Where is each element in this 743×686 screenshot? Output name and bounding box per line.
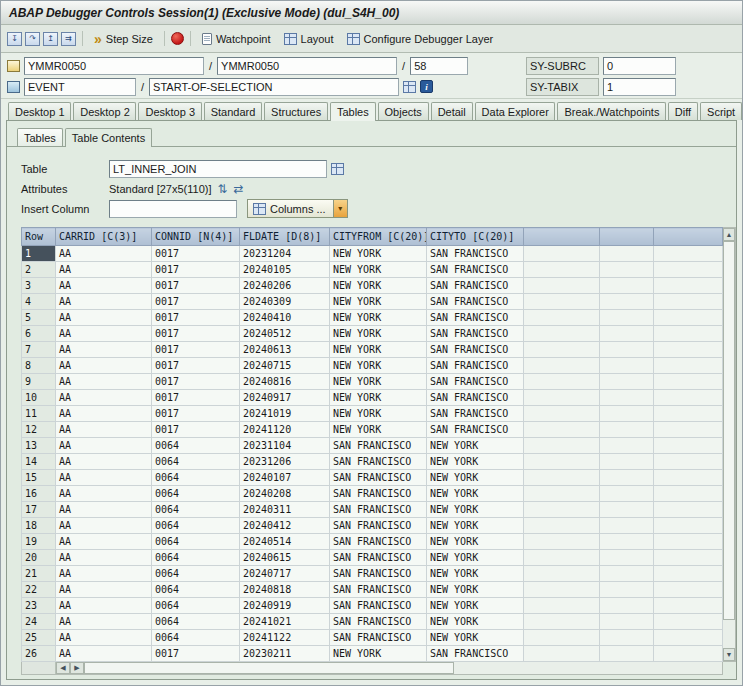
table-row[interactable]: 1AA001720231204NEW YORKSAN FRANCISCO <box>22 246 723 262</box>
columns-button[interactable]: Columns ... ▾ <box>247 199 348 218</box>
scroll-up-button[interactable]: ▲ <box>723 228 735 241</box>
tab-diff[interactable]: Diff <box>668 102 698 120</box>
data-cell[interactable]: AA <box>56 310 152 326</box>
data-cell[interactable]: NEW YORK <box>427 438 524 454</box>
data-cell[interactable]: SAN FRANCISCO <box>427 406 524 422</box>
data-cell[interactable]: NEW YORK <box>427 598 524 614</box>
data-cell[interactable]: AA <box>56 646 152 662</box>
data-cell[interactable]: 20240105 <box>240 262 330 278</box>
data-cell[interactable]: SAN FRANCISCO <box>330 486 427 502</box>
vertical-scroll-thumb[interactable] <box>723 241 735 620</box>
row-number-cell[interactable]: 26 <box>22 646 56 662</box>
data-cell[interactable]: 20240919 <box>240 598 330 614</box>
data-cell[interactable]: 20240717 <box>240 566 330 582</box>
data-cell[interactable]: NEW YORK <box>330 422 427 438</box>
value-help-icon[interactable] <box>331 163 344 175</box>
scroll-left-button[interactable]: ◀ <box>56 662 70 674</box>
event-value-field[interactable]: START-OF-SELECTION <box>149 78 399 96</box>
table-row[interactable]: 7AA001720240613NEW YORKSAN FRANCISCO <box>22 342 723 358</box>
tab-break-watchpoints[interactable]: Break./Watchpoints <box>557 102 665 120</box>
table-row[interactable]: 4AA001720240309NEW YORKSAN FRANCISCO <box>22 294 723 310</box>
row-number-cell[interactable]: 21 <box>22 566 56 582</box>
tab-detail[interactable]: Detail <box>431 102 473 120</box>
data-cell[interactable]: SAN FRANCISCO <box>330 598 427 614</box>
data-cell[interactable]: AA <box>56 294 152 310</box>
table-row[interactable]: 16AA006420240208SAN FRANCISCONEW YORK <box>22 486 723 502</box>
data-cell[interactable]: NEW YORK <box>427 486 524 502</box>
table-row[interactable]: 17AA006420240311SAN FRANCISCONEW YORK <box>22 502 723 518</box>
tab-tables[interactable]: Tables <box>330 102 376 121</box>
row-number-cell[interactable]: 22 <box>22 582 56 598</box>
data-cell[interactable]: SAN FRANCISCO <box>330 534 427 550</box>
data-cell[interactable]: SAN FRANCISCO <box>427 294 524 310</box>
table-row[interactable]: 26AA001720230211NEW YORKSAN FRANCISCO <box>22 646 723 662</box>
info-icon[interactable]: i <box>420 80 433 93</box>
data-cell[interactable]: AA <box>56 390 152 406</box>
data-cell[interactable]: 20240107 <box>240 470 330 486</box>
data-cell[interactable]: AA <box>56 598 152 614</box>
row-number-cell[interactable]: 19 <box>22 534 56 550</box>
row-number-cell[interactable]: 13 <box>22 438 56 454</box>
subtab-tables[interactable]: Tables <box>17 128 63 146</box>
data-cell[interactable]: 20240615 <box>240 550 330 566</box>
data-cell[interactable]: SAN FRANCISCO <box>427 390 524 406</box>
data-cell[interactable]: NEW YORK <box>427 582 524 598</box>
data-cell[interactable]: NEW YORK <box>427 470 524 486</box>
data-cell[interactable]: SAN FRANCISCO <box>330 550 427 566</box>
row-number-cell[interactable]: 6 <box>22 326 56 342</box>
data-cell[interactable]: 0064 <box>152 630 240 646</box>
subtab-table-contents[interactable]: Table Contents <box>65 128 152 147</box>
data-cell[interactable]: 20240818 <box>240 582 330 598</box>
data-cell[interactable]: NEW YORK <box>330 246 427 262</box>
data-cell[interactable]: SAN FRANCISCO <box>427 326 524 342</box>
table-row[interactable]: 15AA006420240107SAN FRANCISCONEW YORK <box>22 470 723 486</box>
data-cell[interactable]: NEW YORK <box>330 646 427 662</box>
data-cell[interactable]: 0064 <box>152 614 240 630</box>
data-cell[interactable]: SAN FRANCISCO <box>330 566 427 582</box>
data-cell[interactable]: SAN FRANCISCO <box>330 614 427 630</box>
step-over-icon[interactable]: ↷ <box>25 32 40 46</box>
table-row[interactable]: 25AA006420241122SAN FRANCISCONEW YORK <box>22 630 723 646</box>
row-number-cell[interactable]: 7 <box>22 342 56 358</box>
data-cell[interactable]: AA <box>56 614 152 630</box>
table-row[interactable]: 13AA006420231104SAN FRANCISCONEW YORK <box>22 438 723 454</box>
data-cell[interactable]: SAN FRANCISCO <box>330 582 427 598</box>
data-cell[interactable]: NEW YORK <box>427 534 524 550</box>
table-row[interactable]: 22AA006420240818SAN FRANCISCONEW YORK <box>22 582 723 598</box>
row-number-cell[interactable]: 23 <box>22 598 56 614</box>
step-size-button[interactable]: » Step Size <box>89 30 158 48</box>
data-cell[interactable]: NEW YORK <box>427 502 524 518</box>
table-row[interactable]: 18AA006420240412SAN FRANCISCONEW YORK <box>22 518 723 534</box>
data-cell[interactable]: SAN FRANCISCO <box>330 470 427 486</box>
step-into-icon[interactable]: ↧ <box>7 32 22 46</box>
horizontal-scroll-thumb[interactable] <box>84 662 454 674</box>
data-cell[interactable]: NEW YORK <box>330 406 427 422</box>
scroll-right-button[interactable]: ▶ <box>70 662 84 674</box>
insert-column-input[interactable] <box>109 200 237 218</box>
table-row[interactable]: 23AA006420240919SAN FRANCISCONEW YORK <box>22 598 723 614</box>
column-header-row[interactable]: Row <box>22 228 56 246</box>
table-row[interactable]: 8AA001720240715NEW YORKSAN FRANCISCO <box>22 358 723 374</box>
data-cell[interactable]: 0017 <box>152 278 240 294</box>
data-cell[interactable]: AA <box>56 454 152 470</box>
data-cell[interactable]: SAN FRANCISCO <box>427 374 524 390</box>
configure-debugger-layer-button[interactable]: Configure Debugger Layer <box>342 30 499 48</box>
data-cell[interactable]: 0017 <box>152 422 240 438</box>
data-cell[interactable]: SAN FRANCISCO <box>427 246 524 262</box>
table-row[interactable]: 5AA001720240410NEW YORKSAN FRANCISCO <box>22 310 723 326</box>
row-number-cell[interactable]: 8 <box>22 358 56 374</box>
data-cell[interactable]: 0064 <box>152 486 240 502</box>
row-number-cell[interactable]: 9 <box>22 374 56 390</box>
tab-script[interactable]: Script <box>700 102 742 120</box>
tab-structures[interactable]: Structures <box>264 102 328 120</box>
data-cell[interactable]: AA <box>56 470 152 486</box>
vertical-scrollbar[interactable]: ▲ ▼ <box>723 227 736 662</box>
data-cell[interactable]: AA <box>56 262 152 278</box>
data-cell[interactable]: AA <box>56 438 152 454</box>
table-row[interactable]: 6AA001720240512NEW YORKSAN FRANCISCO <box>22 326 723 342</box>
data-cell[interactable]: AA <box>56 566 152 582</box>
row-number-cell[interactable]: 16 <box>22 486 56 502</box>
swap-columns-icon[interactable]: ⇄ <box>234 183 244 195</box>
data-cell[interactable]: SAN FRANCISCO <box>427 262 524 278</box>
row-number-cell[interactable]: 15 <box>22 470 56 486</box>
